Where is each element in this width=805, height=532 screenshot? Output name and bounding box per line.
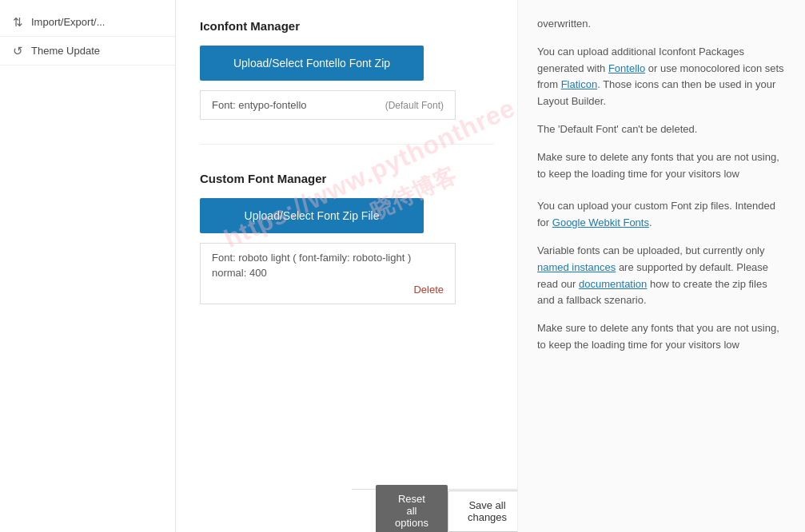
custom-font-info-section: You can upload your custom Font zip file… (537, 198, 786, 353)
theme-update-icon: ↺ (13, 45, 23, 57)
iconfont-font-entry: Font: entypo-fontello (Default Font) (200, 90, 456, 120)
google-webkit-fonts-link[interactable]: Google Webkit Fonts (552, 216, 649, 228)
iconfont-info-text1: You can upload additional Iconfont Packa… (537, 44, 786, 110)
footer-bar: Reset all options Save all changes (352, 489, 517, 532)
custom-font-normal: normal: 400 (212, 267, 444, 279)
custom-font-name: Font: roboto light ( font-family: roboto… (212, 252, 444, 264)
main-content: https://www.pythonthree.com 晓待博客 Iconfon… (176, 0, 517, 532)
sidebar-item-theme-update-label: Theme Update (31, 45, 100, 57)
upload-fontello-button[interactable]: Upload/Select Fontello Font Zip (200, 46, 424, 81)
app-wrapper: ⇅ Import/Export/... ↺ Theme Update https… (0, 0, 805, 532)
delete-font-link[interactable]: Delete (212, 284, 444, 296)
custom-font-info-text1: You can upload your custom Font zip file… (537, 198, 786, 232)
custom-font-manager-section: Custom Font Manager Upload/Select Font Z… (176, 153, 517, 320)
custom-font-info-text2: Variable fonts can be uploaded, but curr… (537, 243, 786, 309)
import-export-icon: ⇅ (13, 16, 23, 28)
overwritten-note: overwritten. (537, 16, 786, 33)
custom-font-info-text3: Make sure to delete any fonts that you a… (537, 320, 786, 354)
sidebar-item-theme-update[interactable]: ↺ Theme Update (0, 37, 175, 66)
iconfont-manager-section: Iconfont Manager Upload/Select Fontello … (176, 0, 517, 136)
reset-options-button[interactable]: Reset all options (376, 485, 448, 532)
iconfont-info-text4: Make sure to delete any fonts that you a… (537, 149, 786, 183)
iconfont-font-name: Font: entypo-fontello (212, 99, 307, 111)
info-panel: overwritten. You can upload additional I… (517, 0, 805, 532)
documentation-link[interactable]: documentation (579, 278, 647, 290)
iconfont-info-section: You can upload additional Iconfont Packa… (537, 44, 786, 183)
upload-font-zip-button[interactable]: Upload/Select Font Zip File (200, 198, 424, 233)
flaticon-link[interactable]: Flaticon (561, 78, 598, 90)
custom-font-entry: Font: roboto light ( font-family: roboto… (200, 243, 456, 304)
fontello-link[interactable]: Fontello (608, 62, 645, 74)
sidebar: ⇅ Import/Export/... ↺ Theme Update (0, 0, 176, 532)
section-divider (200, 144, 493, 145)
named-instances-link[interactable]: named instances (537, 261, 616, 273)
iconfont-manager-title: Iconfont Manager (200, 19, 493, 33)
sidebar-item-import-export[interactable]: ⇅ Import/Export/... (0, 8, 175, 37)
sidebar-item-import-export-label: Import/Export/... (31, 16, 105, 28)
save-changes-button[interactable]: Save all changes (448, 490, 517, 532)
iconfont-info-text3: The 'Default Font' can't be deleted. (537, 121, 786, 138)
custom-font-manager-title: Custom Font Manager (200, 172, 493, 185)
iconfont-default-label: (Default Font) (385, 100, 444, 111)
